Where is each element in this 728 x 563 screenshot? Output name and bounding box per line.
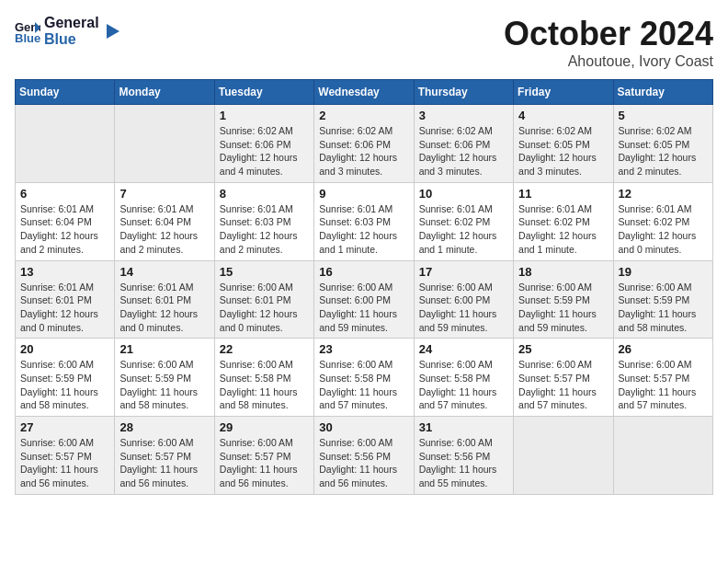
- header-cell-wednesday: Wednesday: [314, 80, 414, 105]
- calendar-cell: 30Sunrise: 6:00 AM Sunset: 5:56 PM Dayli…: [314, 417, 414, 495]
- day-number: 24: [419, 342, 508, 356]
- day-number: 9: [319, 187, 408, 201]
- calendar-cell: 21Sunrise: 6:00 AM Sunset: 5:59 PM Dayli…: [115, 339, 214, 417]
- calendar-week-4: 20Sunrise: 6:00 AM Sunset: 5:59 PM Dayli…: [16, 339, 713, 417]
- calendar-cell: 19Sunrise: 6:00 AM Sunset: 5:59 PM Dayli…: [613, 260, 712, 339]
- day-detail: Sunrise: 6:00 AM Sunset: 5:57 PM Dayligh…: [619, 358, 708, 412]
- calendar-cell: 15Sunrise: 6:00 AM Sunset: 6:01 PM Dayli…: [214, 260, 313, 339]
- calendar-cell: 27Sunrise: 6:00 AM Sunset: 5:57 PM Dayli…: [16, 417, 115, 495]
- day-number: 10: [419, 187, 508, 201]
- calendar-cell: 18Sunrise: 6:00 AM Sunset: 5:59 PM Dayli…: [514, 260, 613, 339]
- calendar-cell: 2Sunrise: 6:02 AM Sunset: 6:06 PM Daylig…: [314, 105, 414, 183]
- calendar-cell: 24Sunrise: 6:00 AM Sunset: 5:58 PM Dayli…: [414, 339, 513, 417]
- calendar-table: SundayMondayTuesdayWednesdayThursdayFrid…: [15, 79, 713, 495]
- day-number: 25: [518, 342, 608, 356]
- calendar-cell: 1Sunrise: 6:02 AM Sunset: 6:06 PM Daylig…: [214, 105, 313, 183]
- calendar-cell: 20Sunrise: 6:00 AM Sunset: 5:59 PM Dayli…: [16, 339, 115, 417]
- day-detail: Sunrise: 6:02 AM Sunset: 6:06 PM Dayligh…: [419, 124, 508, 178]
- calendar-week-1: 1Sunrise: 6:02 AM Sunset: 6:06 PM Daylig…: [16, 105, 713, 183]
- day-detail: Sunrise: 6:02 AM Sunset: 6:06 PM Dayligh…: [319, 124, 408, 178]
- logo: General Blue General Blue: [15, 15, 121, 47]
- title-block: October 2024 Ahoutoue, Ivory Coast: [504, 15, 713, 70]
- header-cell-thursday: Thursday: [414, 80, 513, 105]
- calendar-body: 1Sunrise: 6:02 AM Sunset: 6:06 PM Daylig…: [16, 105, 713, 495]
- header-cell-saturday: Saturday: [613, 80, 712, 105]
- day-detail: Sunrise: 6:00 AM Sunset: 6:01 PM Dayligh…: [220, 281, 309, 335]
- logo-general: General: [44, 15, 99, 31]
- calendar-cell: 26Sunrise: 6:00 AM Sunset: 5:57 PM Dayli…: [613, 339, 712, 417]
- day-detail: Sunrise: 6:02 AM Sunset: 6:06 PM Dayligh…: [220, 124, 309, 178]
- month-title: October 2024: [504, 15, 713, 53]
- day-number: 15: [220, 265, 309, 279]
- logo-icon: General Blue: [15, 18, 40, 44]
- header-cell-monday: Monday: [115, 80, 214, 105]
- day-number: 5: [619, 109, 708, 122]
- day-number: 3: [419, 109, 508, 122]
- calendar-cell: [115, 105, 214, 183]
- day-detail: Sunrise: 6:00 AM Sunset: 5:59 PM Dayligh…: [518, 281, 608, 335]
- day-detail: Sunrise: 6:01 AM Sunset: 6:04 PM Dayligh…: [119, 202, 209, 257]
- day-detail: Sunrise: 6:00 AM Sunset: 5:58 PM Dayligh…: [319, 358, 408, 412]
- calendar-cell: 14Sunrise: 6:01 AM Sunset: 6:01 PM Dayli…: [115, 260, 214, 339]
- calendar-cell: 6Sunrise: 6:01 AM Sunset: 6:04 PM Daylig…: [16, 182, 115, 260]
- calendar-cell: [514, 417, 613, 495]
- day-number: 28: [119, 420, 209, 434]
- day-detail: Sunrise: 6:02 AM Sunset: 6:05 PM Dayligh…: [518, 124, 608, 178]
- calendar-cell: 4Sunrise: 6:02 AM Sunset: 6:05 PM Daylig…: [514, 105, 613, 183]
- day-number: 13: [20, 265, 109, 279]
- day-detail: Sunrise: 6:01 AM Sunset: 6:02 PM Dayligh…: [619, 202, 708, 257]
- logo-blue: Blue: [44, 31, 99, 48]
- day-detail: Sunrise: 6:00 AM Sunset: 5:59 PM Dayligh…: [20, 358, 109, 412]
- calendar-cell: 31Sunrise: 6:00 AM Sunset: 5:56 PM Dayli…: [414, 417, 513, 495]
- day-detail: Sunrise: 6:01 AM Sunset: 6:03 PM Dayligh…: [319, 202, 408, 257]
- day-detail: Sunrise: 6:01 AM Sunset: 6:03 PM Dayligh…: [220, 202, 309, 257]
- day-number: 2: [319, 109, 408, 122]
- day-detail: Sunrise: 6:00 AM Sunset: 5:59 PM Dayligh…: [119, 358, 209, 412]
- day-number: 21: [119, 342, 209, 356]
- day-number: 18: [518, 265, 608, 279]
- day-detail: Sunrise: 6:00 AM Sunset: 5:58 PM Dayligh…: [220, 358, 309, 412]
- day-number: 30: [319, 420, 408, 434]
- day-detail: Sunrise: 6:00 AM Sunset: 5:57 PM Dayligh…: [119, 436, 209, 490]
- calendar-cell: 7Sunrise: 6:01 AM Sunset: 6:04 PM Daylig…: [115, 182, 214, 260]
- day-detail: Sunrise: 6:01 AM Sunset: 6:02 PM Dayligh…: [518, 202, 608, 257]
- day-detail: Sunrise: 6:00 AM Sunset: 6:00 PM Dayligh…: [419, 281, 508, 335]
- calendar-cell: 17Sunrise: 6:00 AM Sunset: 6:00 PM Dayli…: [414, 260, 513, 339]
- calendar-header: SundayMondayTuesdayWednesdayThursdayFrid…: [16, 80, 713, 105]
- day-detail: Sunrise: 6:00 AM Sunset: 5:58 PM Dayligh…: [419, 358, 508, 412]
- svg-marker-3: [107, 24, 119, 39]
- day-number: 4: [518, 109, 608, 122]
- day-detail: Sunrise: 6:01 AM Sunset: 6:04 PM Dayligh…: [20, 202, 109, 257]
- day-number: 12: [619, 187, 708, 201]
- day-detail: Sunrise: 6:00 AM Sunset: 5:56 PM Dayligh…: [319, 436, 408, 490]
- calendar-cell: 13Sunrise: 6:01 AM Sunset: 6:01 PM Dayli…: [16, 260, 115, 339]
- calendar-cell: [16, 105, 115, 183]
- day-detail: Sunrise: 6:01 AM Sunset: 6:02 PM Dayligh…: [419, 202, 508, 257]
- day-detail: Sunrise: 6:01 AM Sunset: 6:01 PM Dayligh…: [20, 281, 109, 335]
- day-number: 20: [20, 342, 109, 356]
- page-header: General Blue General Blue October 2024 A…: [15, 15, 713, 70]
- day-number: 16: [319, 265, 408, 279]
- calendar-cell: 11Sunrise: 6:01 AM Sunset: 6:02 PM Dayli…: [514, 182, 613, 260]
- day-detail: Sunrise: 6:00 AM Sunset: 6:00 PM Dayligh…: [319, 281, 408, 335]
- day-number: 23: [319, 342, 408, 356]
- day-detail: Sunrise: 6:00 AM Sunset: 5:57 PM Dayligh…: [518, 358, 608, 412]
- day-number: 26: [619, 342, 708, 356]
- day-detail: Sunrise: 6:01 AM Sunset: 6:01 PM Dayligh…: [119, 281, 209, 335]
- calendar-cell: 23Sunrise: 6:00 AM Sunset: 5:58 PM Dayli…: [314, 339, 414, 417]
- svg-text:Blue: Blue: [15, 31, 40, 44]
- day-detail: Sunrise: 6:00 AM Sunset: 5:57 PM Dayligh…: [220, 436, 309, 490]
- header-cell-tuesday: Tuesday: [214, 80, 313, 105]
- header-cell-friday: Friday: [514, 80, 613, 105]
- logo-arrow-icon: [103, 22, 121, 40]
- day-number: 7: [119, 187, 209, 201]
- day-number: 17: [419, 265, 508, 279]
- calendar-cell: [613, 417, 712, 495]
- header-cell-sunday: Sunday: [16, 80, 115, 105]
- calendar-cell: 5Sunrise: 6:02 AM Sunset: 6:05 PM Daylig…: [613, 105, 712, 183]
- calendar-week-5: 27Sunrise: 6:00 AM Sunset: 5:57 PM Dayli…: [16, 417, 713, 495]
- day-number: 14: [119, 265, 209, 279]
- day-number: 1: [220, 109, 309, 122]
- calendar-cell: 8Sunrise: 6:01 AM Sunset: 6:03 PM Daylig…: [214, 182, 313, 260]
- calendar-cell: 28Sunrise: 6:00 AM Sunset: 5:57 PM Dayli…: [115, 417, 214, 495]
